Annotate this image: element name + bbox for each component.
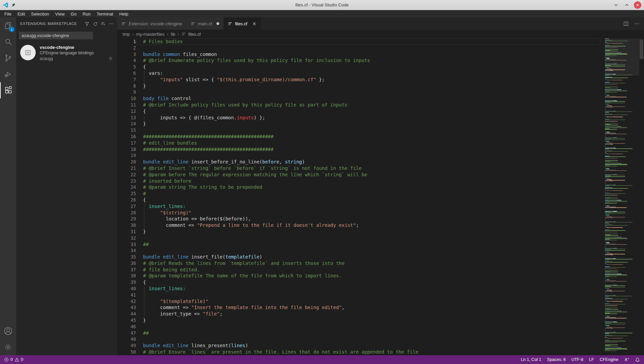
code-line-47[interactable]: 47## [117,330,600,336]
line-number: 24 [117,184,136,190]
tab-close-button[interactable] [252,21,257,26]
code-line-23[interactable]: 23# inserted before [117,178,600,184]
code-editor[interactable]: 1# Files bodies23bundle common files_com… [117,38,644,355]
code-line-14[interactable]: 14} [117,121,600,127]
breadcrumb-item-tmp[interactable]: tmp [123,32,130,37]
tab-files-cf[interactable]: files.cf [224,18,261,30]
code-line-50[interactable]: 50# @brief Ensure `lines` are present in… [117,349,600,355]
code-line-13[interactable]: 13 inputs => { @(files_common.inputs) }; [117,115,600,121]
code-line-42[interactable]: 42 "$(templatefile)" [117,298,600,305]
more-actions-icon[interactable] [109,21,114,26]
indentation[interactable]: Spaces: 6 [547,357,566,362]
editor-more-actions-icon[interactable] [634,21,640,27]
extension-list-item[interactable]: vscode-cfengine CFEngine language bindin… [16,41,117,64]
split-editor-icon[interactable] [623,21,629,27]
code-line-26[interactable]: 26{ [117,197,600,203]
code-line-4[interactable]: 4# @brief Enumerate policy files used by… [117,57,600,64]
vertical-scrollbar[interactable] [639,38,644,355]
code-line-19[interactable]: 19 [117,152,600,159]
code-line-5[interactable]: 5{ [117,64,600,70]
language-mode[interactable]: CFEngine [600,357,618,362]
tab-extension-vscode-cfengine[interactable]: Extension: vscode-cfengine [117,18,187,30]
breadcrumb-item-lib[interactable]: lib [171,32,175,37]
encoding[interactable]: UTF-8 [571,357,583,362]
maximize-button[interactable] [623,1,631,9]
code-line-32[interactable]: 32 [117,235,600,241]
menu-help[interactable]: Help [116,11,131,17]
code-line-10[interactable]: 10body file control [117,95,600,102]
code-line-34[interactable]: 34 [117,247,600,254]
activity-accounts-button[interactable] [0,323,16,339]
activity-search-button[interactable] [0,34,16,50]
activity-extensions-button[interactable] [0,82,16,98]
code-line-39[interactable]: 39{ [117,279,600,285]
scrollbar-thumb[interactable] [640,39,643,59]
code-line-43[interactable]: 43 comment => "Insert the template file … [117,304,600,311]
code-line-15[interactable]: 15 [117,127,600,133]
code-line-38[interactable]: 38# @param templatefile The name of the … [117,273,600,279]
code-line-1[interactable]: 1# Files bodies [117,38,600,45]
code-line-27[interactable]: 27 insert_lines: [117,203,600,210]
code-line-30[interactable]: 30 comment => "Prepend a line to the fil… [117,222,600,229]
clear-all-icon[interactable] [101,21,106,26]
code-line-12[interactable]: 12{ [117,108,600,115]
code-line-37[interactable]: 37# file being edited. [117,267,600,273]
menu-run[interactable]: Run [79,11,94,17]
code-line-31[interactable]: 31} [117,229,600,235]
code-line-18[interactable]: 18######################################… [117,146,600,153]
code-line-40[interactable]: 40 insert_lines: [117,285,600,292]
code-line-45[interactable]: 45} [117,317,600,324]
code-line-25[interactable]: 25# [117,190,600,197]
menu-go[interactable]: Go [68,11,79,17]
cursor-position[interactable]: Ln 1, Col 1 [521,357,541,362]
code-line-28[interactable]: 28 "$(string)" [117,210,600,216]
code-line-3[interactable]: 3bundle common files_common [117,51,600,58]
menu-selection[interactable]: Selection [28,11,52,17]
refresh-icon[interactable] [93,21,98,26]
close-button[interactable] [634,1,641,9]
code-line-20[interactable]: 20bundle edit_line insert_before_if_no_l… [117,159,600,165]
problems-button[interactable]: 0 0 [4,357,23,362]
minimize-button[interactable] [612,1,620,9]
minimap[interactable] [605,38,639,355]
extension-manage-gear-icon[interactable] [108,56,113,61]
code-line-44[interactable]: 44 insert_type => "file"; [117,311,600,317]
feedback-icon[interactable] [624,357,629,362]
filter-icon[interactable] [84,21,90,26]
code-line-11[interactable]: 11# @brief Include policy files used by … [117,102,600,108]
menu-view[interactable]: View [52,11,68,17]
activity-explorer-button[interactable]: 1 [0,18,16,34]
notifications-bell-icon[interactable] [635,357,640,362]
code-line-9[interactable]: 9 [117,89,600,95]
code-line-2[interactable]: 2 [117,45,600,51]
code-line-8[interactable]: 8} [117,83,600,89]
code-line-36[interactable]: 36# @brief Reads the lines from `templat… [117,260,600,267]
breadcrumb-item-files-cf[interactable]: files.cf [181,32,201,37]
minimap-slider[interactable] [605,38,639,75]
code-line-46[interactable]: 46 [117,324,600,330]
menu-edit[interactable]: Edit [14,11,28,17]
code-line-22[interactable]: 22# @param before The regular expression… [117,172,600,178]
code-line-41[interactable]: 41 [117,292,600,298]
code-line-21[interactable]: 21# @brief Insert `string` before `befor… [117,165,600,172]
chevron-down-icon [614,3,618,7]
code-line-49[interactable]: 49bundle edit_line lines_present(lines) [117,342,600,349]
code-line-35[interactable]: 35bundle edit_line insert_file(templatef… [117,254,600,260]
breadcrumb-item-my-masterfiles[interactable]: my-masterfiles [136,32,165,37]
code-line-6[interactable]: 6 vars: [117,70,600,77]
code-line-17[interactable]: 17# edit_line bundles [117,140,600,146]
activity-run-debug-button[interactable] [0,66,16,82]
code-line-33[interactable]: 33## [117,241,600,248]
activity-source-control-button[interactable] [0,50,16,66]
menu-terminal[interactable]: Terminal [94,11,116,17]
code-line-16[interactable]: 16######################################… [117,133,600,140]
code-line-7[interactable]: 7 "inputs" slist => { "$(this.promise_di… [117,77,600,83]
code-line-29[interactable]: 29 location => before($(before)), [117,216,600,222]
menu-file[interactable]: File [1,11,14,17]
tab-main-cf[interactable]: main.cf [187,18,224,30]
extension-search-input[interactable] [19,32,93,39]
eol-sequence[interactable]: LF [589,357,594,362]
code-line-24[interactable]: 24# @param string The string to be prepe… [117,184,600,190]
code-line-48[interactable]: 48 [117,336,600,342]
activity-settings-button[interactable] [0,339,16,355]
